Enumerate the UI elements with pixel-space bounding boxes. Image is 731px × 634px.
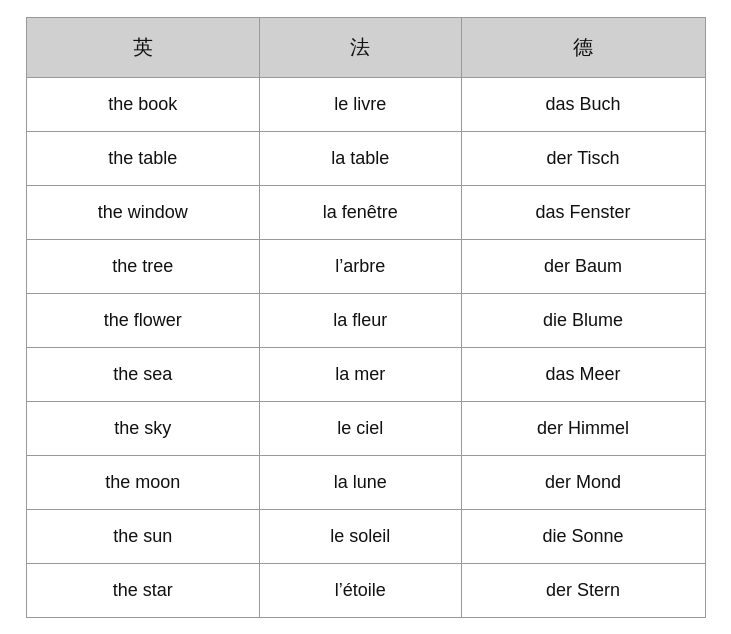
table-row: the windowla fenêtredas Fenster xyxy=(26,185,705,239)
table-row: the bookle livredas Buch xyxy=(26,77,705,131)
cell-french-7: la lune xyxy=(259,455,461,509)
cell-french-0: le livre xyxy=(259,77,461,131)
cell-english-0: the book xyxy=(26,77,259,131)
cell-french-3: l’arbre xyxy=(259,239,461,293)
table-row: the skyle cielder Himmel xyxy=(26,401,705,455)
header-german: 德 xyxy=(461,17,705,77)
header-english: 英 xyxy=(26,17,259,77)
table-row: the flowerla fleurdie Blume xyxy=(26,293,705,347)
table-row: the tablela tableder Tisch xyxy=(26,131,705,185)
cell-french-6: le ciel xyxy=(259,401,461,455)
cell-german-9: der Stern xyxy=(461,563,705,617)
translation-table: 英 法 德 the bookle livredas Buchthe tablel… xyxy=(26,17,706,618)
cell-german-5: das Meer xyxy=(461,347,705,401)
cell-german-1: der Tisch xyxy=(461,131,705,185)
cell-french-8: le soleil xyxy=(259,509,461,563)
header-french: 法 xyxy=(259,17,461,77)
cell-english-6: the sky xyxy=(26,401,259,455)
cell-french-5: la mer xyxy=(259,347,461,401)
cell-english-1: the table xyxy=(26,131,259,185)
cell-french-1: la table xyxy=(259,131,461,185)
table-row: the seala merdas Meer xyxy=(26,347,705,401)
table-body: the bookle livredas Buchthe tablela tabl… xyxy=(26,77,705,617)
cell-english-4: the flower xyxy=(26,293,259,347)
cell-english-9: the star xyxy=(26,563,259,617)
cell-english-5: the sea xyxy=(26,347,259,401)
cell-german-8: die Sonne xyxy=(461,509,705,563)
table-row: the starl’étoileder Stern xyxy=(26,563,705,617)
cell-german-6: der Himmel xyxy=(461,401,705,455)
cell-german-7: der Mond xyxy=(461,455,705,509)
table-row: the treel’arbreder Baum xyxy=(26,239,705,293)
cell-french-4: la fleur xyxy=(259,293,461,347)
cell-german-0: das Buch xyxy=(461,77,705,131)
cell-french-2: la fenêtre xyxy=(259,185,461,239)
header-row: 英 法 德 xyxy=(26,17,705,77)
cell-french-9: l’étoile xyxy=(259,563,461,617)
cell-english-8: the sun xyxy=(26,509,259,563)
translation-table-container: 英 法 德 the bookle livredas Buchthe tablel… xyxy=(26,17,706,618)
cell-german-4: die Blume xyxy=(461,293,705,347)
cell-english-3: the tree xyxy=(26,239,259,293)
cell-german-3: der Baum xyxy=(461,239,705,293)
cell-english-7: the moon xyxy=(26,455,259,509)
table-row: the sunle soleildie Sonne xyxy=(26,509,705,563)
table-header: 英 法 德 xyxy=(26,17,705,77)
cell-german-2: das Fenster xyxy=(461,185,705,239)
table-row: the moonla luneder Mond xyxy=(26,455,705,509)
cell-english-2: the window xyxy=(26,185,259,239)
